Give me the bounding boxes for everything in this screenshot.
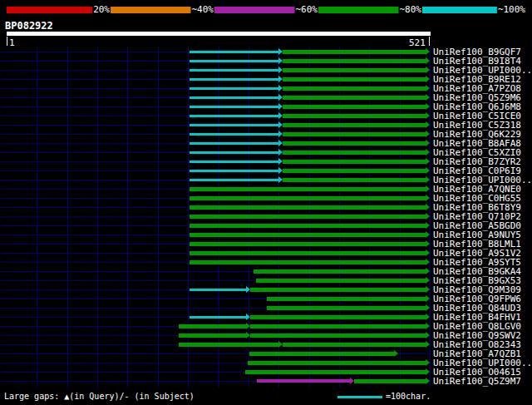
alignment-segment[interactable]: [250, 315, 426, 319]
segment-arrowhead-icon: [394, 350, 398, 357]
segment-arrowhead-icon: [426, 158, 430, 165]
alignment-segment[interactable]: [190, 151, 279, 154]
alignment-segment[interactable]: [283, 169, 426, 173]
scale-label-5: ~100%: [497, 4, 526, 15]
alignment-segment[interactable]: [190, 69, 279, 72]
alignment-segment[interactable]: [283, 151, 426, 155]
segment-arrowhead-icon: [426, 176, 430, 183]
segment-arrowhead-icon: [426, 140, 430, 146]
alignment-segment[interactable]: [250, 324, 426, 328]
segment-arrowhead-icon: [426, 204, 430, 210]
alignment-segment[interactable]: [283, 59, 426, 63]
alignment-segment[interactable]: [190, 106, 279, 108]
hit-label[interactable]: UniRef100_Q5Z9M7: [433, 377, 521, 386]
segment-arrowhead-icon: [426, 48, 430, 55]
alignment-segment[interactable]: [190, 124, 279, 126]
alignment-segment[interactable]: [190, 215, 426, 219]
alignment-segment[interactable]: [283, 50, 426, 54]
scale-legend-line-icon: [337, 396, 382, 398]
alignment-segment[interactable]: [283, 105, 426, 109]
alignment-segment[interactable]: [190, 87, 279, 90]
alignment-segment[interactable]: [283, 96, 426, 100]
alignment-segment[interactable]: [283, 178, 426, 182]
alignment-segment[interactable]: [283, 160, 426, 164]
alignment-segment[interactable]: [254, 269, 426, 274]
alignment-segment[interactable]: [283, 123, 426, 127]
alignment-segment[interactable]: [250, 288, 426, 292]
alignment-segment[interactable]: [190, 251, 426, 255]
segment-arrowhead-icon: [426, 85, 430, 91]
segment-arrowhead-icon: [426, 359, 430, 366]
alignment-segment[interactable]: [190, 115, 279, 117]
alignment-segment[interactable]: [283, 343, 426, 347]
alignment-segment[interactable]: [190, 96, 279, 99]
segment-arrowhead-icon: [426, 240, 430, 247]
alignment-segment[interactable]: [283, 114, 426, 118]
alignment-segment[interactable]: [190, 78, 279, 81]
segment-arrowhead-icon: [426, 323, 430, 329]
segment-arrowhead-icon: [426, 304, 430, 311]
alignment-segment[interactable]: [257, 379, 352, 383]
alignment-segment[interactable]: [190, 133, 279, 136]
alignment-segment[interactable]: [283, 68, 426, 72]
alignment-segment[interactable]: [190, 205, 426, 210]
segment-arrowhead-icon: [426, 222, 430, 229]
alignment-segment[interactable]: [283, 141, 426, 146]
alignment-segment[interactable]: [190, 316, 246, 319]
scale-label-2: ~40%: [191, 4, 215, 15]
alignment-segment[interactable]: [256, 279, 427, 283]
query-ruler-bar: [7, 32, 431, 36]
ruler-tick-right: [429, 37, 430, 46]
alignment-segment[interactable]: [190, 60, 279, 62]
query-accession: BP082922: [5, 20, 53, 32]
segment-arrowhead-icon: [426, 76, 430, 82]
alignment-segment[interactable]: [190, 170, 279, 172]
alignment-segment[interactable]: [179, 324, 247, 328]
alignment-segment[interactable]: [190, 260, 426, 264]
alignment-segment[interactable]: [190, 196, 426, 200]
blast-overview-screen: 20%~40%~60%~80%~100% BP082922 1 521 UniR…: [0, 0, 532, 405]
alignment-segment[interactable]: [190, 161, 279, 163]
alignment-segment[interactable]: [283, 77, 426, 81]
alignment-segment[interactable]: [190, 233, 426, 237]
alignment-segment[interactable]: [190, 289, 246, 291]
segment-arrowhead-icon: [426, 277, 430, 284]
segment-arrowhead-icon: [426, 332, 430, 338]
segment-arrowhead-icon: [426, 94, 430, 101]
gaps-legend-text: Large gaps: ▲(in Query)/- (in Subject): [4, 392, 195, 401]
segment-arrowhead-icon: [426, 368, 430, 375]
alignment-segment[interactable]: [190, 179, 279, 181]
segment-arrowhead-icon: [426, 231, 430, 238]
alignment-segment[interactable]: [250, 333, 426, 338]
scale-label-3: ~60%: [295, 4, 319, 15]
segment-arrowhead-icon: [426, 259, 430, 265]
segment-arrowhead-icon: [426, 131, 430, 137]
segment-arrowhead-icon: [426, 112, 430, 119]
segment-arrowhead-icon: [426, 103, 430, 110]
alignment-segment[interactable]: [248, 361, 426, 365]
alignment-segment[interactable]: [190, 142, 279, 145]
alignment-segment[interactable]: [249, 352, 395, 356]
segment-arrowhead-icon: [426, 378, 430, 384]
alignment-segment[interactable]: [354, 379, 426, 383]
alignment-segment[interactable]: [190, 187, 426, 191]
segment-arrowhead-icon: [426, 195, 430, 201]
alignment-segment[interactable]: [179, 343, 279, 347]
segment-arrowhead-icon: [426, 295, 430, 302]
alignment-segment[interactable]: [267, 306, 426, 310]
segment-arrowhead-icon: [426, 314, 430, 320]
ruler-tick-left: [7, 37, 7, 46]
segment-arrowhead-icon: [426, 57, 430, 64]
segment-arrowhead-icon: [426, 341, 430, 348]
alignment-segment[interactable]: [190, 51, 279, 53]
segment-arrowhead-icon: [426, 185, 430, 192]
alignment-segment[interactable]: [283, 86, 426, 91]
alignment-segment[interactable]: [179, 333, 247, 338]
alignment-segment[interactable]: [190, 224, 426, 228]
alignment-segment[interactable]: [283, 132, 426, 136]
alignment-segment[interactable]: [245, 370, 426, 374]
segment-arrowhead-icon: [426, 286, 430, 293]
segment-arrowhead-icon: [426, 149, 430, 156]
alignment-segment[interactable]: [267, 297, 426, 301]
alignment-segment[interactable]: [190, 242, 426, 246]
